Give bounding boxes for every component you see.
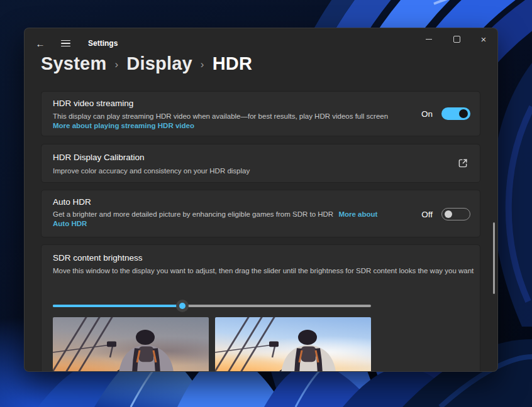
open-in-new-window-icon[interactable]	[457, 158, 468, 169]
card-hdr-display-calibration[interactable]: HDR Display Calibration Improve color ac…	[41, 144, 480, 183]
scrollbar-thumb[interactable]	[493, 222, 495, 294]
more-about-auto-hdr-link[interactable]: Auto HDR	[53, 220, 87, 227]
toggle-row: On	[421, 107, 470, 120]
auto-hdr-toggle[interactable]	[441, 208, 470, 220]
chevron-right-icon: ›	[192, 58, 213, 71]
breadcrumb-system[interactable]: System	[41, 53, 106, 74]
card-description: Get a brighter and more detailed picture…	[53, 209, 377, 220]
back-button[interactable]: ←	[32, 35, 48, 52]
card-title: SDR content brightness	[53, 253, 143, 263]
card-description: Move this window to the display you want…	[53, 266, 474, 276]
card-title: Auto HDR	[53, 197, 91, 207]
hdr-video-streaming-toggle[interactable]	[441, 107, 470, 120]
page-title: HDR	[213, 53, 252, 74]
card-auto-hdr: Auto HDR Get a brighter and more detaile…	[41, 190, 480, 237]
toggle-knob	[445, 210, 452, 218]
card-description: This display can play streaming HDR vide…	[53, 111, 388, 122]
hamburger-icon	[61, 40, 70, 41]
card-hdr-video-streaming: HDR video streaming This display can pla…	[41, 91, 480, 136]
toggle-row: Off	[421, 208, 470, 220]
minimize-icon	[426, 39, 432, 40]
slider-thumb[interactable]	[176, 300, 189, 312]
toggle-state-label: On	[421, 109, 433, 119]
close-button[interactable]: ×	[470, 28, 497, 50]
card-title: HDR video streaming	[53, 99, 133, 108]
breadcrumb: System › Display › HDR	[41, 53, 252, 74]
more-about-streaming-link[interactable]: More about playing streaming HDR video	[53, 122, 194, 129]
chevron-right-icon: ›	[106, 58, 126, 71]
slider-fill	[53, 305, 182, 307]
breadcrumb-display[interactable]: Display	[126, 53, 192, 74]
more-about-auto-hdr-link[interactable]: More about	[338, 210, 377, 218]
card-title: HDR Display Calibration	[53, 153, 145, 162]
sdr-brightness-slider[interactable]	[53, 305, 371, 307]
maximize-icon	[453, 36, 460, 43]
hamburger-menu-button[interactable]	[57, 35, 74, 52]
sdr-example-image	[53, 317, 209, 372]
minimize-button[interactable]	[415, 28, 443, 50]
maximize-button[interactable]	[443, 28, 470, 50]
hdr-example-image	[215, 317, 371, 372]
card-description: Improve color accuracy and consistency o…	[53, 166, 250, 176]
description-text: Get a brighter and more detailed picture…	[53, 210, 333, 218]
toggle-knob	[459, 109, 468, 118]
toggle-state-label: Off	[421, 210, 433, 219]
card-sdr-content-brightness: SDR content brightness Move this window …	[41, 244, 480, 372]
settings-window: ← Settings × System › Display › HDR HDR …	[24, 28, 498, 372]
